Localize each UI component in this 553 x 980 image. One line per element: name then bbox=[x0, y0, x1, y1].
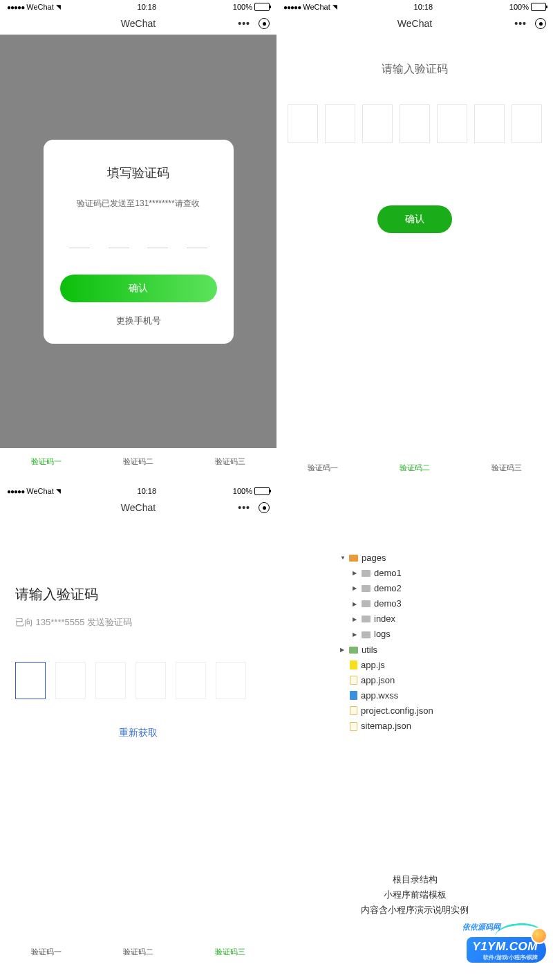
caret-right-icon: ▶ bbox=[353, 600, 358, 609]
resend-link[interactable]: 重新获取 bbox=[15, 727, 261, 739]
code-input-row[interactable] bbox=[276, 104, 553, 143]
status-bar: ●●●●● WeChat ◥ 10:18 100% bbox=[0, 484, 276, 497]
code-cell[interactable] bbox=[325, 104, 355, 143]
tab-code-3[interactable]: 验证码三 bbox=[215, 456, 245, 467]
caret-right-icon: ▶ bbox=[353, 630, 358, 640]
phone-panel-1: ●●●●● WeChat ◥ 10:18 100% WeChat ••• 填写验… bbox=[0, 0, 276, 484]
tree-folder-logs[interactable]: ▶logs bbox=[340, 627, 536, 642]
close-mini-icon[interactable] bbox=[535, 18, 546, 29]
tree-file-appwxss[interactable]: app.wxss bbox=[340, 688, 536, 703]
tab-code-3[interactable]: 验证码三 bbox=[491, 463, 522, 473]
battery-percent: 100% bbox=[509, 3, 529, 11]
close-mini-icon[interactable] bbox=[259, 502, 270, 513]
tree-file-sitemap[interactable]: sitemap.json bbox=[340, 719, 536, 734]
app-title: WeChat bbox=[121, 18, 156, 29]
caret-right-icon: ▶ bbox=[353, 584, 358, 593]
wxss-file-icon bbox=[350, 691, 357, 700]
tab-bar: 验证码一 验证码二 验证码三 bbox=[276, 454, 553, 481]
code-cell[interactable] bbox=[474, 104, 505, 143]
file-tree: ▼pages ▶demo1 ▶demo2 ▶demo3 ▶index ▶logs… bbox=[293, 551, 536, 734]
code-cell[interactable] bbox=[400, 104, 430, 143]
app-title: WeChat bbox=[121, 502, 156, 513]
tree-label: demo1 bbox=[374, 566, 402, 581]
code-cell[interactable] bbox=[362, 104, 393, 143]
badge-main-text: Y1YM.COM bbox=[472, 940, 538, 954]
code-cell[interactable] bbox=[95, 662, 126, 699]
code-cell[interactable] bbox=[288, 104, 318, 143]
battery-icon bbox=[254, 487, 270, 495]
modal-backdrop: 填写验证码 验证码已发送至131********请查收 确认 更换手机号 bbox=[0, 35, 276, 448]
more-icon[interactable]: ••• bbox=[238, 18, 250, 29]
battery-icon bbox=[531, 3, 546, 11]
wifi-icon: ◥ bbox=[56, 488, 61, 494]
tree-label: pages bbox=[362, 551, 386, 566]
app-title: WeChat bbox=[397, 18, 432, 29]
code-cell[interactable] bbox=[216, 662, 246, 699]
desc-line-1: 根目录结构 bbox=[293, 872, 536, 887]
code-cell[interactable] bbox=[55, 662, 86, 699]
file-tree-panel: ▼pages ▶demo1 ▶demo2 ▶demo3 ▶index ▶logs… bbox=[276, 484, 553, 968]
tab-bar: 验证码一 验证码二 验证码三 bbox=[0, 448, 276, 475]
battery-percent: 100% bbox=[233, 487, 252, 495]
js-file-icon bbox=[350, 660, 357, 669]
caret-right-icon: ▶ bbox=[353, 615, 358, 625]
tree-label: index bbox=[374, 611, 395, 627]
caret-right-icon: ▶ bbox=[340, 645, 346, 655]
tree-folder-utils[interactable]: ▶utils bbox=[340, 642, 536, 658]
folder-icon bbox=[349, 555, 358, 562]
badge-top-text: 依依源码网 bbox=[462, 922, 500, 932]
page-subtitle: 已向 135****5555 发送验证码 bbox=[15, 616, 261, 629]
change-phone-link[interactable]: 更换手机号 bbox=[60, 315, 217, 327]
tab-code-2[interactable]: 验证码二 bbox=[400, 463, 430, 473]
caret-right-icon: ▶ bbox=[353, 568, 358, 578]
code-cell[interactable] bbox=[187, 246, 207, 248]
code-input-row[interactable] bbox=[15, 662, 261, 699]
status-bar: ●●●●● WeChat ◥ 10:18 100% bbox=[276, 0, 553, 12]
tab-code-1[interactable]: 验证码一 bbox=[31, 947, 62, 957]
code-cell[interactable] bbox=[69, 246, 90, 248]
tab-code-3[interactable]: 验证码三 bbox=[215, 947, 245, 957]
code-cell[interactable] bbox=[437, 104, 467, 143]
signal-icon: ●●●●● bbox=[7, 3, 24, 11]
code-input-row[interactable] bbox=[60, 246, 217, 248]
tab-code-2[interactable]: 验证码二 bbox=[123, 947, 153, 957]
tab-code-1[interactable]: 验证码一 bbox=[308, 463, 338, 473]
code-cell[interactable] bbox=[147, 246, 168, 248]
battery-percent: 100% bbox=[233, 3, 252, 11]
tab-bar: 验证码一 验证码二 验证码三 bbox=[0, 939, 276, 965]
more-icon[interactable]: ••• bbox=[238, 502, 250, 513]
tree-label: demo2 bbox=[374, 581, 402, 596]
tree-file-appjson[interactable]: app.json bbox=[340, 673, 536, 688]
battery-icon bbox=[254, 3, 270, 11]
tree-label: logs bbox=[374, 627, 391, 642]
tree-label: app.wxss bbox=[361, 688, 398, 703]
carrier-label: WeChat bbox=[26, 3, 54, 11]
wifi-icon: ◥ bbox=[56, 3, 61, 10]
tab-code-1[interactable]: 验证码一 bbox=[31, 456, 62, 467]
dialog-title: 填写验证码 bbox=[60, 165, 217, 181]
tree-folder-demo3[interactable]: ▶demo3 bbox=[340, 596, 536, 611]
more-icon[interactable]: ••• bbox=[514, 18, 527, 29]
tree-folder-index[interactable]: ▶index bbox=[340, 611, 536, 627]
code-cell[interactable] bbox=[512, 104, 542, 143]
tree-folder-demo1[interactable]: ▶demo1 bbox=[340, 566, 536, 581]
tree-file-appjs[interactable]: app.js bbox=[340, 658, 536, 673]
confirm-button[interactable]: 确认 bbox=[60, 275, 217, 302]
tree-folder-pages[interactable]: ▼pages bbox=[340, 551, 536, 566]
confirm-button[interactable]: 确认 bbox=[377, 205, 452, 233]
code-cell[interactable] bbox=[109, 246, 129, 248]
orb-icon bbox=[531, 927, 547, 944]
dialog-subtitle: 验证码已发送至131********请查收 bbox=[60, 198, 217, 210]
watermark-badge: 依依源码网 Y1YM.COM 软件/游戏/小程序/棋牌 bbox=[467, 937, 546, 963]
json-file-icon bbox=[350, 722, 357, 731]
code-cell[interactable] bbox=[176, 662, 206, 699]
wifi-icon: ◥ bbox=[332, 3, 337, 10]
code-cell[interactable] bbox=[15, 662, 46, 699]
tab-code-2[interactable]: 验证码二 bbox=[123, 456, 153, 467]
code-cell[interactable] bbox=[135, 662, 166, 699]
close-mini-icon[interactable] bbox=[259, 18, 270, 29]
tree-file-project[interactable]: project.config.json bbox=[340, 703, 536, 719]
folder-icon bbox=[362, 585, 371, 592]
tree-label: demo3 bbox=[374, 596, 402, 611]
tree-folder-demo2[interactable]: ▶demo2 bbox=[340, 581, 536, 596]
